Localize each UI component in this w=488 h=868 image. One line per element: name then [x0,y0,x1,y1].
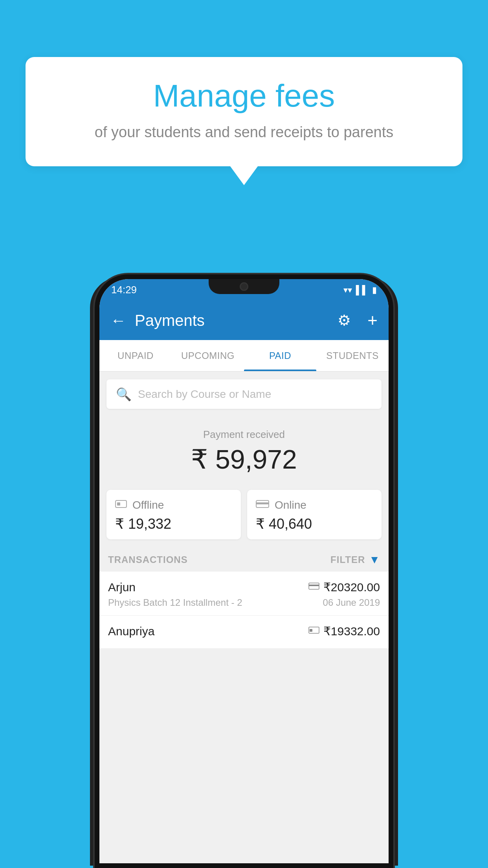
transaction-top-row: Arjun ₹20320.00 [108,580,380,594]
app-bar: ← Payments ⚙ + [99,301,389,340]
signal-icon: ▌▌ [356,285,368,295]
transaction-bottom-row: Physics Batch 12 Installment - 2 06 June… [108,597,380,608]
volume-down-button [95,389,95,411]
online-label: Online [275,499,306,511]
payment-received-amount: ₹ 59,972 [99,444,389,475]
tab-paid[interactable]: PAID [244,340,316,371]
transaction-amount-row: ₹20320.00 [308,580,380,594]
transactions-header: TRANSACTIONS FILTER ▼ [99,548,389,572]
transaction-amount: ₹20320.00 [323,580,380,594]
filter-icon: ▼ [369,554,380,566]
bubble-subtitle: of your students and send receipts to pa… [49,122,439,143]
speech-bubble-container: Manage fees of your students and send re… [26,57,462,166]
transaction-item[interactable]: Anupriya ₹19332.00 [99,616,389,648]
tab-upcoming[interactable]: UPCOMING [172,340,244,371]
offline-amount: ₹ 19,332 [115,516,232,532]
payment-cards-row: Offline ₹ 19,332 Online ₹ 40,640 [99,483,389,548]
payment-received-section: Payment received ₹ 59,972 [99,417,389,483]
content-area: 🔍 Search by Course or Name Payment recei… [99,371,389,863]
battery-icon: ▮ [372,285,377,295]
offline-payment-card: Offline ₹ 19,332 [106,490,241,539]
wifi-icon: ▾▾ [343,285,352,295]
speech-bubble: Manage fees of your students and send re… [26,57,462,166]
tabs-bar: UNPAID UPCOMING PAID STUDENTS [99,340,389,371]
transaction-date: 06 June 2019 [323,597,380,608]
transaction-list: Arjun ₹20320.00 Physics Batch 12 Install… [99,572,389,648]
payment-received-label: Payment received [99,428,389,441]
tab-unpaid[interactable]: UNPAID [99,340,172,371]
online-icon [256,498,269,512]
filter-row[interactable]: FILTER ▼ [330,554,380,566]
transaction-amount-row: ₹19332.00 [308,624,380,638]
transaction-top-row: Anupriya ₹19332.00 [108,624,380,638]
add-button[interactable]: + [367,311,378,330]
transaction-amount: ₹19332.00 [323,624,380,638]
gear-icon[interactable]: ⚙ [338,312,351,329]
search-placeholder: Search by Course or Name [138,388,271,401]
power-button [393,377,393,407]
transaction-name: Anupriya [108,625,154,638]
phone-frame: 14:29 ▾▾ ▌▌ ▮ ← Payments ⚙ + UNPAID UPCO… [95,274,393,868]
svg-rect-1 [117,502,120,506]
svg-rect-7 [310,629,312,632]
offline-card-header: Offline [115,498,232,512]
transaction-card-icon [308,581,319,593]
back-button[interactable]: ← [110,312,126,329]
page-title: Payments [135,312,329,329]
transaction-name: Arjun [108,581,136,594]
online-payment-card: Online ₹ 40,640 [247,490,382,539]
transaction-offline-icon [308,625,319,637]
phone-notch [209,279,279,294]
offline-label: Offline [132,499,164,511]
svg-rect-3 [256,502,269,504]
bubble-title: Manage fees [49,79,439,113]
search-bar[interactable]: 🔍 Search by Course or Name [106,379,382,409]
transaction-course: Physics Batch 12 Installment - 2 [108,597,242,608]
status-time: 14:29 [111,284,137,296]
transaction-item[interactable]: Arjun ₹20320.00 Physics Batch 12 Install… [99,572,389,616]
status-icons: ▾▾ ▌▌ ▮ [343,285,377,295]
transactions-label: TRANSACTIONS [108,554,188,565]
volume-up-button [95,358,95,379]
svg-rect-5 [309,585,319,586]
search-icon: 🔍 [116,387,132,402]
offline-icon [115,498,127,512]
online-amount: ₹ 40,640 [256,516,373,532]
filter-label: FILTER [330,554,365,565]
phone-screen: 14:29 ▾▾ ▌▌ ▮ ← Payments ⚙ + UNPAID UPCO… [99,279,389,863]
front-camera [240,282,248,291]
online-card-header: Online [256,498,373,512]
tab-students[interactable]: STUDENTS [316,340,389,371]
